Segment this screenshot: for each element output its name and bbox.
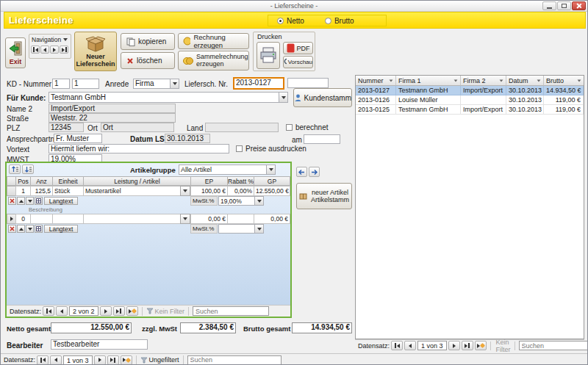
next-record-button[interactable] [100,306,112,316]
cell-datum[interactable]: 30.10.2013 [506,105,544,115]
grid-cell-pos[interactable]: 0 [15,214,31,224]
drucken-button[interactable] [257,42,280,69]
artikel-dropdown-button[interactable] [180,186,190,196]
loeschen-button[interactable]: löschen [121,52,175,69]
bearbeiter-field[interactable]: Testbearbeiter [51,339,148,350]
langtext-button[interactable]: Langtext [44,197,78,205]
delete-row-button[interactable] [8,225,16,233]
arrow-left-button[interactable] [296,167,307,177]
grid-cell-anz[interactable]: 125,5 [30,186,53,196]
pdf-button[interactable]: PDF [283,42,313,54]
grid-cell-artikel[interactable] [83,214,181,224]
plz-field[interactable]: 12345 [49,123,84,132]
first-record-button[interactable] [43,306,54,316]
ort-field[interactable]: Ort [101,123,174,132]
previous-record-button[interactable] [56,306,68,316]
artikelgruppe-combo[interactable]: Alle Artikel [179,165,276,175]
list-row[interactable]: 2013-0125 Testmann GmbH Import/Export 30… [356,105,584,115]
fuer-kunde-combo[interactable]: Testmann GmbH [49,92,288,103]
cell-brutto[interactable]: 119,00 € [544,105,584,115]
column-header-datum[interactable]: Datum [506,76,544,86]
next-record-button[interactable] [94,355,106,365]
last-record-button[interactable] [113,306,125,316]
nav-first-record-button[interactable] [31,46,40,54]
maximize-button[interactable] [557,1,571,10]
grid-cell-rabatt[interactable]: 0,00% [227,186,254,196]
last-record-button[interactable] [107,355,119,365]
artikel-dropdown-button[interactable] [180,214,190,224]
close-button[interactable] [572,1,586,10]
grid-cell-gp[interactable]: 12.550,00 € [254,186,290,196]
kopieren-button[interactable]: kopieren [121,33,175,50]
grid-cell-einheit[interactable]: Stück [52,186,84,196]
anrede-combo[interactable]: Firma [133,79,179,89]
nav-previous-record-button[interactable] [40,46,49,54]
list-search-input[interactable] [519,341,588,350]
datum-ls-field[interactable]: 30.10.2013 [165,134,210,143]
next-record-button[interactable] [448,341,460,350]
lieferschein-nr-field[interactable]: 2013-0127 [233,77,284,90]
grid-header-gp[interactable]: GP [254,176,290,186]
first-record-button[interactable] [37,355,49,365]
neuer-lieferschein-button[interactable]: NeuerLieferschein [74,32,117,71]
strasse-field[interactable]: Weststr. 22 [49,113,176,123]
sort-filter-icon[interactable] [500,79,503,82]
land-field[interactable] [205,123,279,132]
grid-header-pos[interactable]: Pos [15,176,31,186]
sort-filter-icon[interactable] [390,79,393,82]
list-row[interactable]: 2013-0126 Louise Müller 30.10.2013 119,0… [356,95,584,105]
grid-cell-rabatt[interactable] [227,214,254,224]
grid-cell-pos[interactable]: 1 [15,186,31,196]
dropdown-icon[interactable] [266,165,275,174]
sort-descending-button[interactable] [22,165,34,174]
cell-brutto[interactable]: 14.934,50 € [544,86,584,95]
first-record-button[interactable] [391,341,403,350]
kd-nummer-field-2[interactable]: 1 [72,79,99,89]
cell-firma2[interactable]: Import/Export [461,86,506,95]
filter-state-label[interactable]: Kein Filter [496,339,511,353]
sort-filter-icon[interactable] [578,79,581,82]
previous-record-button[interactable] [404,341,416,350]
rechnung-erzeugen-button[interactable]: Rechnung erzeugen [178,33,249,49]
preise-ausdrucken-checkbox[interactable]: Preise ausdrucken [236,145,306,153]
kundenstamm-button[interactable]: Kundenstamm [293,88,352,107]
cell-nummer[interactable]: 2013-0127 [356,86,396,95]
column-header-firma1[interactable]: Firma 1 [396,76,461,86]
mwst-grid-combo[interactable]: 19,00% [218,196,264,206]
grid-header-anz[interactable]: Anz [30,176,53,186]
move-down-button[interactable] [26,197,34,205]
delete-row-button[interactable] [8,197,16,205]
ansprechpartner-field[interactable]: Fr. Muster [54,134,102,143]
move-down-button[interactable] [26,225,34,233]
nav-last-record-button[interactable] [60,46,68,54]
grid-cell-einheit[interactable] [52,214,84,224]
mwst-grid-combo[interactable] [218,224,264,234]
minimize-button[interactable] [542,1,556,10]
detail-grid-button[interactable] [35,197,43,205]
grid-cell-anz[interactable] [30,214,53,224]
cell-firma1[interactable]: Louise Müller [396,95,461,105]
vorschau-button[interactable]: Vorschau [283,56,313,68]
cell-firma1[interactable]: Testmann GmbH [396,86,461,95]
dropdown-icon[interactable] [254,197,263,205]
am-field[interactable] [304,134,340,144]
list-row[interactable]: 2013-0127 Testmann GmbH Import/Export 30… [356,86,584,95]
grid-cell-ep[interactable]: 100,00 € [190,186,228,196]
exit-button[interactable]: Exit [5,37,26,68]
berechnet-checkbox[interactable]: berechnet [286,123,328,131]
dropdown-icon[interactable] [254,225,263,233]
subform-search-input[interactable] [193,306,269,316]
nav-next-record-button[interactable] [50,46,59,54]
grid-header-artikel[interactable]: Leistung / Artikel [83,176,191,186]
kd-nummer-field-1[interactable]: 1 [52,79,70,89]
cell-firma2[interactable] [461,95,506,105]
filter-state-label[interactable]: Kein Filter [155,308,185,315]
name2-field[interactable]: Import/Export [49,104,176,113]
sort-filter-icon[interactable] [537,79,541,82]
new-record-button[interactable] [126,306,138,316]
sort-filter-icon[interactable] [454,79,458,82]
cell-datum[interactable]: 30.10.2013 [506,86,544,95]
grid-header-ep[interactable]: EP [190,176,228,186]
arrow-right-button[interactable] [309,167,320,177]
grid-header-einheit[interactable]: Einheit [52,176,84,186]
